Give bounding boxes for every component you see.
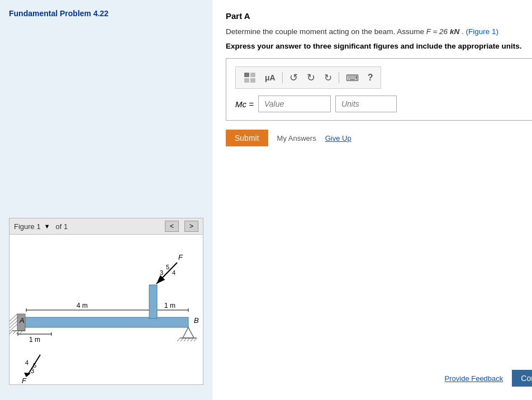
undo-btn[interactable]: ↺	[287, 70, 300, 85]
period: .	[462, 27, 464, 36]
svg-text:B: B	[194, 316, 199, 325]
svg-line-10	[20, 331, 22, 334]
mu-alpha-btn[interactable]: μΑ	[263, 72, 278, 83]
svg-text:3: 3	[160, 269, 163, 276]
svg-line-4	[10, 321, 17, 328]
svg-rect-48	[244, 78, 249, 83]
svg-rect-46	[244, 73, 249, 77]
svg-line-2	[10, 314, 17, 321]
svg-rect-49	[250, 78, 255, 83]
svg-text:1 m: 1 m	[164, 302, 175, 309]
matrix-btn[interactable]	[241, 71, 258, 84]
svg-line-17	[187, 338, 190, 341]
left-panel: Fundamental Problem 4.22 Figure 1 ▼ of 1…	[0, 0, 212, 400]
svg-text:A: A	[19, 316, 25, 325]
math-expr: F = 26 kN	[426, 27, 459, 36]
svg-text:5: 5	[166, 264, 169, 270]
svg-rect-0	[23, 317, 188, 327]
my-answers-label: My Answers	[277, 134, 316, 142]
svg-line-18	[191, 338, 193, 341]
give-up-link[interactable]: Give Up	[325, 134, 352, 142]
svg-line-3	[10, 317, 17, 325]
svg-line-5	[10, 324, 17, 331]
question-text-part1: Determine the couple moment acting on th…	[226, 27, 426, 36]
svg-text:4 m: 4 m	[77, 302, 88, 309]
bold-instruction: Express your answer to three significant…	[226, 42, 532, 50]
svg-text:4: 4	[172, 269, 175, 276]
math-toolbar: μΑ ↺ ↺ ↻ ⌨ ?	[235, 66, 381, 89]
bottom-row: Provide Feedback Con	[445, 370, 532, 387]
svg-text:F: F	[178, 253, 183, 261]
right-panel: Part A Determine the couple moment actin…	[212, 0, 532, 400]
figure-dropdown-icon[interactable]: ▼	[44, 223, 50, 230]
svg-line-15	[180, 338, 183, 341]
svg-marker-12	[183, 327, 194, 338]
figure-frame: A B 4 m 1	[9, 234, 203, 385]
figure-of-label: of 1	[56, 222, 68, 231]
input-row: Mc =	[235, 96, 532, 112]
svg-text:1 m: 1 m	[29, 336, 40, 344]
submit-row: Submit My Answers Give Up	[226, 130, 532, 146]
figure-prev-btn[interactable]: <	[165, 221, 179, 232]
question-text: Determine the couple moment acting on th…	[226, 26, 532, 37]
figure-link[interactable]: (Figure 1)	[466, 27, 498, 36]
problem-title: Fundamental Problem 4.22	[9, 9, 203, 18]
help-btn[interactable]: ?	[365, 72, 376, 84]
part-label: Part A	[226, 11, 532, 21]
svg-line-19	[194, 338, 197, 341]
mc-label: Mc =	[235, 99, 254, 109]
svg-text:4: 4	[25, 359, 28, 366]
answer-box: μΑ ↺ ↺ ↻ ⌨ ? Mc =	[226, 58, 532, 121]
figure-select-label: Figure 1	[14, 222, 41, 231]
refresh-btn[interactable]: ↻	[322, 71, 334, 85]
submit-btn[interactable]: Submit	[226, 130, 268, 146]
figure-next-btn[interactable]: >	[184, 221, 198, 232]
value-input[interactable]	[258, 96, 331, 112]
figure-nav-bar: Figure 1 ▼ of 1 < >	[9, 218, 203, 234]
redo-btn[interactable]: ↺	[305, 70, 317, 85]
keyboard-btn[interactable]: ⌨	[344, 72, 361, 84]
svg-text:5: 5	[33, 362, 36, 369]
continue-btn[interactable]: Con	[512, 370, 532, 387]
toolbar-divider-1	[282, 72, 283, 83]
svg-text:F: F	[22, 377, 27, 384]
svg-line-16	[184, 338, 187, 341]
svg-line-8	[13, 331, 16, 334]
units-input[interactable]	[335, 96, 397, 112]
figure-svg: A B 4 m 1	[10, 235, 200, 384]
svg-rect-47	[250, 73, 255, 77]
toolbar-divider-2	[339, 72, 339, 83]
feedback-link[interactable]: Provide Feedback	[445, 374, 504, 383]
svg-line-14	[177, 338, 180, 341]
svg-rect-33	[149, 285, 157, 318]
